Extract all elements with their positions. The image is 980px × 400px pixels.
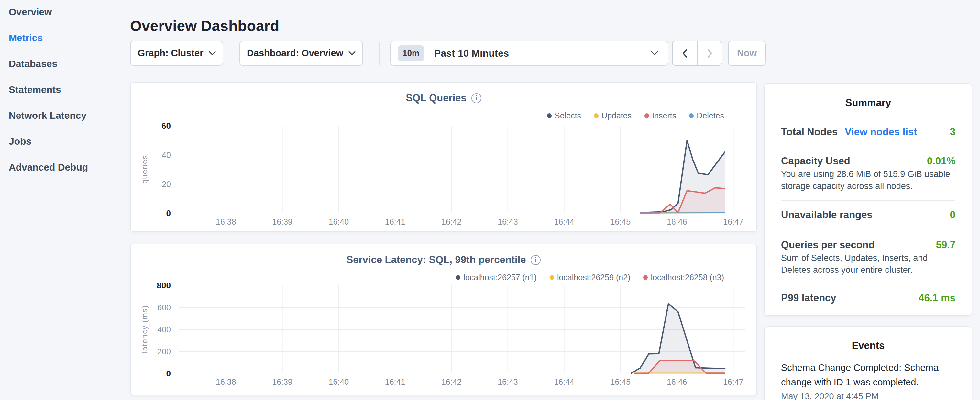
legend-label: Updates [601, 111, 632, 120]
service-latency-chart-card: Service Latency: SQL, 99th percentile i … [130, 244, 757, 395]
graph-scope-dropdown[interactable]: Graph: Cluster [130, 41, 223, 66]
x-tick-label: 16:40 [329, 217, 349, 226]
y-tick-label: 600 [135, 303, 171, 312]
y-tick-label: 0 [135, 209, 171, 218]
chevron-down-icon [651, 51, 658, 56]
info-icon[interactable]: i [531, 255, 541, 265]
sidebar-item-metrics[interactable]: Metrics [9, 30, 43, 45]
chevron-down-icon [209, 51, 216, 56]
sidebar-item-overview[interactable]: Overview [9, 5, 52, 19]
next-time-button[interactable] [698, 41, 722, 65]
legend-label: localhost:26257 (n1) [463, 273, 537, 282]
plot-area[interactable]: latency (ms) 16:3816:3916:4016:4116:4216… [178, 285, 745, 373]
summary-value: 59.7 [936, 239, 955, 251]
info-icon[interactable]: i [471, 93, 481, 103]
plot-area[interactable]: queries 16:3816:3916:4016:4116:4216:4316… [178, 126, 745, 213]
legend-item[interactable]: localhost:26258 (n3) [643, 273, 724, 282]
legend-item[interactable]: Selects [547, 111, 581, 120]
summary-description: You are using 28.6 MiB of 515.9 GiB usab… [781, 168, 955, 192]
x-tick-label: 16:47 [723, 377, 743, 387]
page-title: Overview Dashboard [130, 17, 279, 35]
legend-dot-icon [550, 275, 554, 280]
x-tick-label: 16:45 [611, 377, 631, 387]
event-timestamp: May 13, 2020 at 4:45 PM [781, 390, 955, 400]
sidebar-item-jobs[interactable]: Jobs [9, 134, 31, 149]
y-axis-title: queries [140, 121, 149, 218]
x-tick-label: 16:38 [216, 377, 236, 387]
summary-label: Capacity Used [781, 155, 850, 167]
legend-dot-icon [689, 113, 694, 118]
sidebar-item-advanced-debug[interactable]: Advanced Debug [9, 160, 88, 175]
time-range-label: Past 10 Minutes [434, 48, 509, 59]
chevron-right-icon [706, 49, 714, 58]
summary-row-qps: Queries per second 59.7 [781, 239, 955, 252]
summary-panel: Summary Total Nodes View nodes list 3 Ca… [764, 83, 972, 316]
x-tick-label: 16:44 [554, 377, 574, 387]
legend-item[interactable]: localhost:26259 (n2) [550, 273, 631, 282]
legend-label: Deletes [697, 111, 724, 120]
summary-description: Sum of Selects, Updates, Inserts, and De… [781, 252, 955, 276]
legend-dot-icon [644, 113, 649, 118]
legend-label: Selects [555, 111, 581, 120]
sidebar-item-statements[interactable]: Statements [9, 82, 61, 97]
summary-row-unavailable-ranges: Unavailable ranges 0 [781, 209, 955, 222]
chart-title: Service Latency: SQL, 99th percentile [347, 254, 526, 266]
time-step-buttons [672, 41, 722, 66]
legend-dot-icon [456, 275, 460, 280]
chart-legend: SelectsUpdatesInsertsDeletes [547, 111, 724, 120]
x-tick-label: 16:40 [329, 377, 349, 387]
y-tick-label: 40 [135, 150, 171, 160]
x-tick-label: 16:43 [498, 217, 518, 226]
summary-value: 3 [950, 126, 955, 138]
legend-label: localhost:26258 (n3) [651, 273, 724, 282]
time-range-dropdown[interactable]: 10m Past 10 Minutes [390, 41, 668, 66]
y-tick-label: 60 [135, 121, 171, 131]
chevron-left-icon [681, 49, 689, 58]
view-nodes-list-link[interactable]: View nodes list [845, 126, 917, 138]
x-tick-label: 16:38 [216, 217, 236, 226]
summary-row-capacity: Capacity Used 0.01% [781, 155, 955, 167]
event-item[interactable]: Schema Change Completed: Schema change w… [781, 360, 955, 400]
summary-title: Summary [781, 96, 955, 109]
legend-item[interactable]: Updates [594, 111, 632, 120]
legend-item[interactable]: Inserts [644, 111, 676, 120]
sidebar-item-network-latency[interactable]: Network Latency [9, 108, 86, 123]
legend-item[interactable]: Deletes [689, 111, 724, 120]
prev-time-button[interactable] [673, 41, 698, 65]
y-tick-label: 800 [135, 280, 171, 291]
y-tick-label: 200 [135, 347, 171, 356]
sql-queries-chart-card: SQL Queries i SelectsUpdatesInsertsDelet… [130, 82, 757, 232]
now-button[interactable]: Now [728, 41, 766, 66]
chart-legend: localhost:26257 (n1)localhost:26259 (n2)… [456, 273, 724, 282]
legend-dot-icon [547, 113, 552, 118]
legend-item[interactable]: localhost:26257 (n1) [456, 273, 537, 282]
y-tick-label: 0 [135, 369, 171, 379]
summary-label: P99 latency [781, 292, 836, 304]
x-tick-label: 16:39 [272, 377, 293, 387]
dashboard-label: Dashboard: Overview [247, 48, 343, 59]
events-panel: Events Schema Change Completed: Schema c… [764, 326, 972, 400]
x-tick-label: 16:42 [441, 377, 462, 387]
summary-value: 0.01% [927, 155, 955, 167]
x-tick-label: 16:47 [723, 217, 743, 226]
legend-dot-icon [643, 275, 648, 280]
divider [781, 284, 955, 284]
legend-label: localhost:26259 (n2) [557, 273, 631, 282]
dashboard-dropdown[interactable]: Dashboard: Overview [239, 41, 363, 66]
chart-title: SQL Queries [406, 92, 466, 104]
summary-row-total-nodes: Total Nodes View nodes list 3 [781, 126, 955, 139]
x-tick-label: 16:41 [385, 217, 406, 226]
events-title: Events [781, 339, 955, 352]
y-tick-label: 400 [135, 325, 171, 334]
summary-value: 46.1 ms [918, 292, 955, 304]
sidebar-item-databases[interactable]: Databases [9, 56, 57, 71]
graph-scope-label: Graph: Cluster [137, 48, 203, 59]
divider [781, 229, 955, 229]
x-tick-label: 16:45 [611, 217, 631, 226]
chart-canvas[interactable] [178, 126, 745, 213]
toolbar-divider [379, 42, 380, 65]
chart-canvas[interactable] [178, 285, 745, 373]
chevron-down-icon [348, 51, 356, 56]
legend-dot-icon [594, 113, 598, 118]
summary-row-p99-latency: P99 latency 46.1 ms [781, 292, 955, 304]
